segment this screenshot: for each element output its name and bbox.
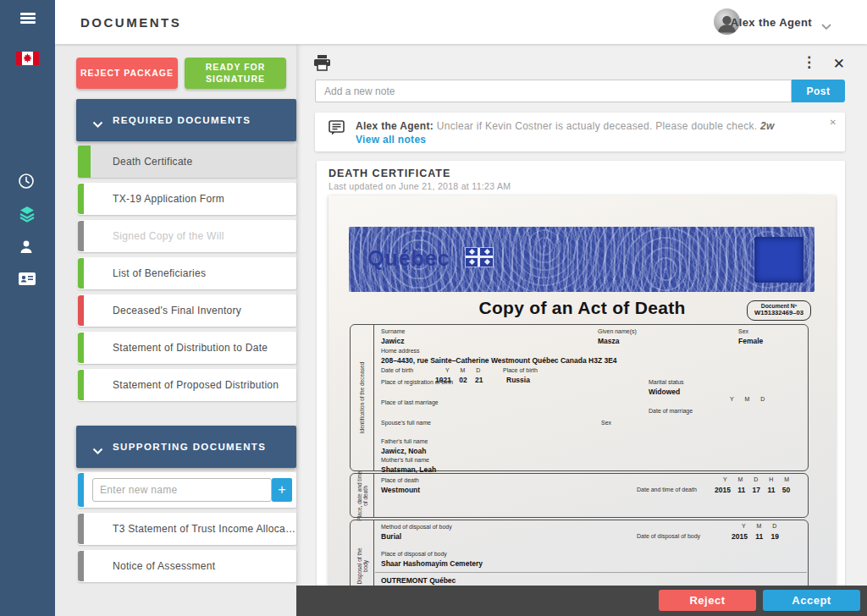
status-bar [78, 333, 84, 363]
add-note-bar: Post [315, 80, 845, 102]
doc-item-signed-copy-of-will[interactable]: Signed Copy of the Will [78, 220, 296, 252]
document-updated-timestamp: Last updated on June 21, 2018 at 11:23 A… [329, 181, 511, 191]
person-icon[interactable] [18, 239, 36, 257]
doc-item-notice-of-assessment[interactable]: Notice of Assessment [78, 550, 296, 582]
identification-section: Identification of the deceased Surname J… [350, 324, 809, 471]
required-documents-header[interactable]: REQUIRED DOCUMENTS [76, 99, 296, 141]
reject-package-button[interactable]: REJECT PACKAGE [76, 58, 178, 89]
doc-item-death-certificate[interactable]: Death Certificate [78, 146, 296, 178]
app-window: DOCUMENTS Alex the Agent REJECT PACKAGE … [0, 0, 867, 616]
status-bar [78, 370, 84, 400]
disposal-section: Disposal of the body Method of disposal … [350, 520, 809, 586]
status-bar [78, 146, 91, 178]
doc-item-deceaseds-final-inventory[interactable]: Deceased's Final Inventory [78, 294, 296, 327]
section-title: SUPPORTING DOCUMENTS [113, 442, 266, 452]
doc-item-tx19-application-form[interactable]: TX-19 Application Form [78, 183, 296, 215]
doc-item-statement-distribution-to-date[interactable]: Statement of Distribution to Date [78, 332, 296, 364]
chevron-down-icon[interactable] [821, 19, 831, 34]
doc-item-statement-proposed-distribution[interactable]: Statement of Proposed Distribution [78, 369, 296, 401]
status-bar [78, 258, 84, 289]
user-menu[interactable]: Alex the Agent [731, 16, 812, 29]
supporting-documents-list: + T3 Statement of Trust Income Alloca… N… [78, 472, 296, 587]
document-list-panel: REJECT PACKAGE READY FOR SIGNATURE REQUI… [55, 44, 296, 616]
add-note-input[interactable] [315, 80, 792, 102]
top-bar: DOCUMENTS Alex the Agent [55, 0, 867, 44]
note-card: Alex the Agent: Unclear if Kevin Costner… [315, 113, 845, 151]
death-certificate-scan: Québec Copy of an Act of Death Document … [329, 195, 836, 586]
new-document-row: + [78, 472, 296, 508]
kebab-menu-icon[interactable]: ⋮ [802, 54, 816, 71]
review-action-bar: Reject Accept [296, 586, 867, 616]
document-card: DEATH CERTIFICATE Last updated on June 2… [317, 161, 845, 616]
guilloche-band: Québec [349, 227, 815, 292]
document-title: DEATH CERTIFICATE [329, 168, 450, 179]
contact-card-icon[interactable] [18, 272, 36, 290]
status-bar [78, 473, 84, 507]
dismiss-note-icon[interactable]: ✕ [830, 118, 837, 127]
hamburger-menu-icon[interactable] [20, 13, 36, 24]
history-clock-icon[interactable] [18, 173, 36, 191]
note-bubble-icon [329, 120, 345, 139]
status-bar [78, 184, 84, 214]
chevron-down-icon [92, 117, 103, 132]
view-all-notes-link[interactable]: View all notes [356, 134, 426, 146]
blue-stamp [754, 237, 803, 283]
document-number-box: Document Nº W151332469–03 [747, 300, 811, 321]
post-note-button[interactable]: Post [792, 80, 845, 102]
canada-flag-icon [16, 52, 39, 65]
status-bar [78, 221, 84, 251]
chevron-down-icon [92, 443, 103, 459]
page-title: DOCUMENTS [80, 15, 181, 30]
quebec-wordmark: Québec [367, 246, 450, 271]
death-section: Place, date and time of death Place of d… [350, 473, 809, 518]
status-bar [78, 551, 84, 581]
print-icon[interactable] [313, 55, 331, 74]
doc-item-list-of-beneficiaries[interactable]: List of Beneficiaries [78, 257, 296, 289]
close-icon[interactable]: ✕ [833, 55, 845, 73]
accept-document-button[interactable]: Accept [763, 590, 860, 611]
document-viewer-panel: ⋮ ✕ Post Alex the Agent: Unclear if Kevi… [296, 44, 867, 616]
ready-for-signature-button[interactable]: READY FOR SIGNATURE [185, 58, 286, 89]
section-title: REQUIRED DOCUMENTS [113, 115, 251, 125]
note-text: Alex the Agent: Unclear if Kevin Costner… [356, 120, 775, 132]
quebec-flag-icon [466, 248, 493, 267]
status-bar [78, 295, 84, 326]
add-document-button[interactable]: + [272, 478, 292, 502]
layers-icon[interactable] [18, 205, 36, 223]
status-bar [78, 514, 84, 544]
supporting-documents-header[interactable]: SUPPORTING DOCUMENTS [76, 426, 296, 468]
new-document-name-input[interactable] [92, 478, 272, 502]
nav-rail [0, 0, 55, 616]
doc-item-t3-statement[interactable]: T3 Statement of Trust Income Alloca… [78, 513, 296, 545]
reject-document-button[interactable]: Reject [659, 590, 756, 611]
required-documents-list: Death Certificate TX-19 Application Form… [78, 146, 296, 406]
